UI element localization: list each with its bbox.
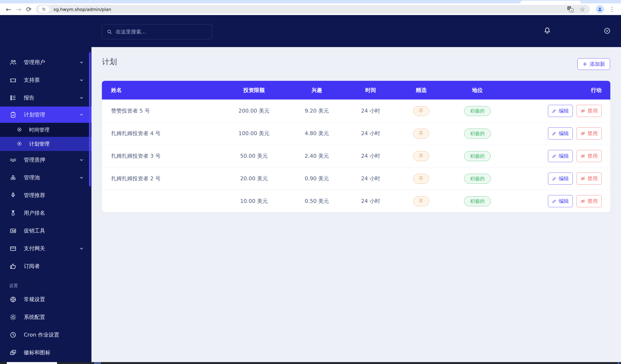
eye-off-icon <box>581 108 585 113</box>
sidebar-item-label: 管理推荐 <box>24 192 84 199</box>
sidebar-item-label: 促销工具 <box>24 227 84 234</box>
svg-text:Ad: Ad <box>12 229 15 232</box>
clipboard-check-icon <box>9 111 17 119</box>
edit-button[interactable]: 编辑 <box>548 105 573 117</box>
bookmark-star-icon[interactable]: ☆ <box>580 6 585 13</box>
plan-interest: 4.80 美元 <box>286 130 347 137</box>
plan-name: 扎姆扎姆投资者 3 号 <box>102 152 222 160</box>
status-badge: 积极的 <box>464 129 491 139</box>
sidebar-item-label: 徽标和图标 <box>24 349 84 356</box>
plus-icon: + <box>582 61 587 68</box>
sidebar-subitem-plan-management[interactable]: 计划管理 <box>0 137 91 151</box>
sidebar-item-system-config[interactable]: 系统配置 <box>0 308 91 326</box>
add-new-button[interactable]: + 添加新 <box>577 58 610 70</box>
featured-badge: 不 <box>413 106 429 116</box>
edit-button[interactable]: 编辑 <box>548 127 573 139</box>
sidebar-item-subscribers[interactable]: 订阅者 <box>0 257 91 275</box>
sidebar-item-manage-referral[interactable]: 管理推荐 <box>0 186 91 204</box>
column-header-name: 姓名 <box>102 87 222 94</box>
table-row: 10.00 美元 0.50 美元 24 小时 不 积极的 编辑 禁用 <box>102 190 610 212</box>
translate-icon[interactable]: G 文 <box>567 6 573 12</box>
browser-tabstrip <box>0 0 621 3</box>
sidebar-item-manage-staking[interactable]: 管理质押 <box>0 151 91 169</box>
waves-icon <box>9 156 17 164</box>
sidebar-item-user-ranking[interactable]: 用户排名 <box>0 204 91 222</box>
url-bar[interactable]: xg.hwym.shop/admin/plan G 文 ☆ <box>36 5 590 14</box>
url-text[interactable]: xg.hwym.shop/admin/plan <box>53 7 567 12</box>
column-header-actions: 行动 <box>506 87 610 94</box>
sidebar-item-label: 订阅者 <box>24 262 84 270</box>
plan-name: 扎姆扎姆投资者 4 号 <box>102 130 222 137</box>
disable-button[interactable]: 禁用 <box>577 105 602 117</box>
sidebar-item-reports[interactable]: 报告 <box>0 89 91 106</box>
table-header-row: 姓名 投资限额 兴趣 时间 精选 地位 行动 <box>102 81 610 100</box>
plan-interest: 0.50 美元 <box>286 198 347 205</box>
taskbar-edge <box>0 362 621 364</box>
report-list-icon <box>9 94 17 102</box>
sidebar-item-manage-pool[interactable]: 管理池 <box>0 169 91 186</box>
disable-button[interactable]: 禁用 <box>577 173 602 185</box>
status-badge: 积极的 <box>464 106 491 116</box>
sidebar-item-plan-management[interactable]: 计划管理 <box>0 106 91 123</box>
content-area: 计划 + 添加新 姓名 投资限额 兴趣 时间 精选 地位 行动 赞赞投资者 5 … <box>91 47 621 364</box>
pencil-icon <box>552 154 556 158</box>
pencil-icon <box>552 176 556 181</box>
sidebar-item-promo-tools[interactable]: Ad 促销工具 <box>0 222 91 240</box>
ad-icon: Ad <box>9 227 17 235</box>
taskbar-segment <box>94 362 101 364</box>
tree-icon <box>9 191 17 199</box>
profile-avatar[interactable] <box>596 5 604 13</box>
chevron-down-icon <box>79 246 84 251</box>
table-row: 扎姆扎姆投资者 4 号 100.00 美元 4.80 美元 24 小时 不 积极… <box>102 122 610 145</box>
clock-icon <box>9 331 17 339</box>
plans-table: 姓名 投资限额 兴趣 时间 精选 地位 行动 赞赞投资者 5 号 200.00 … <box>102 81 610 212</box>
browser-chrome: ← → ⟳ xg.hwym.shop/admin/plan G 文 <box>0 0 621 15</box>
sidebar-item-cron-settings[interactable]: Cron 作业设置 <box>0 326 91 344</box>
plan-time: 24 小时 <box>347 152 394 160</box>
browser-menu-icon[interactable]: ⋮ <box>606 6 618 13</box>
profile-chevron-icon[interactable] <box>604 27 611 35</box>
sidebar-item-label: 管理质押 <box>24 156 79 164</box>
edit-button[interactable]: 编辑 <box>548 150 573 162</box>
disable-button[interactable]: 禁用 <box>577 195 602 207</box>
ticket-icon <box>9 76 17 84</box>
plan-name: 扎姆扎姆投资者 2 号 <box>102 175 222 182</box>
sidebar-scrollbar[interactable] <box>89 52 91 186</box>
disable-button[interactable]: 禁用 <box>577 150 602 162</box>
search-box[interactable] <box>102 24 212 39</box>
sidebar-item-label: 支付网关 <box>24 245 79 252</box>
plan-time: 24 小时 <box>347 175 394 182</box>
status-badge: 积极的 <box>464 151 491 161</box>
browser-toolbar: ← → ⟳ xg.hwym.shop/admin/plan G 文 <box>0 3 621 15</box>
credit-card-icon <box>9 245 17 252</box>
sidebar-item-label: 管理用户 <box>24 59 79 66</box>
featured-badge: 不 <box>413 129 429 139</box>
sidebar-item-payment-gateway[interactable]: 支付网关 <box>0 240 91 257</box>
reload-icon[interactable]: ⟳ <box>24 4 34 14</box>
plan-name: 赞赞投资者 5 号 <box>102 107 222 115</box>
sidebar-item-label: 常规设置 <box>24 296 84 303</box>
edit-button[interactable]: 编辑 <box>548 173 573 185</box>
plan-limit: 200.00 美元 <box>222 107 286 115</box>
sidebar-item-manage-users[interactable]: 管理用户 <box>0 53 91 71</box>
search-input[interactable] <box>116 29 203 35</box>
svg-text:文: 文 <box>570 9 573 12</box>
table-row: 扎姆扎姆投资者 3 号 50.00 美元 2.40 美元 24 小时 不 积极的… <box>102 145 610 167</box>
table-row: 赞赞投资者 5 号 200.00 美元 9.20 美元 24 小时 不 积极的 … <box>102 100 610 122</box>
sidebar-item-general-settings[interactable]: 常规设置 <box>0 291 91 308</box>
edit-button[interactable]: 编辑 <box>548 195 573 207</box>
sidebar: 管理用户 支持票 <box>0 15 91 364</box>
taskbar-segment <box>618 362 619 364</box>
notifications-bell-icon[interactable] <box>543 26 552 35</box>
sidebar-subitem-time-management[interactable]: 时间管理 <box>0 123 91 137</box>
back-icon[interactable]: ← <box>3 4 14 14</box>
sidebar-item-support-tickets[interactable]: 支持票 <box>0 71 91 89</box>
disable-button[interactable]: 禁用 <box>577 127 602 139</box>
plan-time: 24 小时 <box>347 198 394 205</box>
active-tab[interactable] <box>520 1 581 3</box>
sidebar-section-settings: 设置 <box>9 283 91 289</box>
eye-off-icon <box>581 131 585 136</box>
site-info-icon[interactable] <box>38 6 50 13</box>
sidebar-item-logo-icons[interactable]: 徽标和图标 <box>0 344 91 361</box>
forward-icon[interactable]: → <box>14 4 24 14</box>
